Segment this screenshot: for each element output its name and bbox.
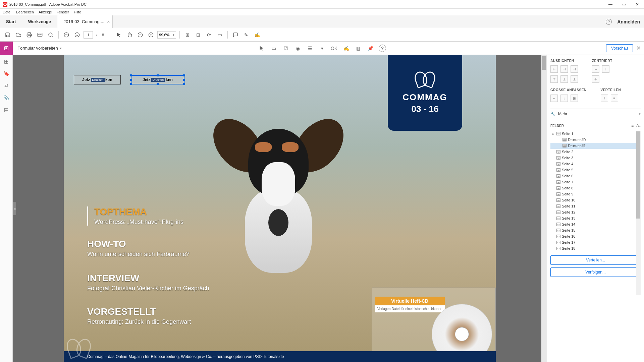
tab-order-icon[interactable]: Aᵤ [636, 123, 641, 128]
close-button[interactable]: ✕ [631, 0, 644, 9]
page-number-input[interactable] [84, 31, 93, 39]
tree-seite[interactable]: ▭Seite 7 [550, 179, 641, 185]
tree-seite[interactable]: ▭Seite 16 [550, 233, 641, 239]
hand-tool-icon[interactable] [125, 31, 134, 39]
document-viewport[interactable]: ◂ JetzDruckenken JetzDruckenken [13, 55, 547, 362]
fit-width-icon[interactable]: ⊞ [183, 31, 192, 39]
vertical-scrollbar[interactable] [541, 55, 547, 362]
highlight-icon[interactable]: ✎ [242, 31, 251, 39]
verteilen-button[interactable]: Verteilen... [550, 255, 641, 265]
help-icon[interactable]: ? [606, 19, 612, 25]
tab-close-icon[interactable]: × [107, 19, 110, 24]
mail-icon[interactable] [36, 31, 44, 39]
print-icon[interactable] [25, 31, 34, 39]
form-field-drucken-1[interactable]: JetzDruckenken [131, 75, 184, 84]
tree-seite[interactable]: ▭Seite 14 [550, 221, 641, 227]
layers-icon[interactable]: ⇄ [3, 82, 9, 88]
minimize-button[interactable]: — [604, 0, 617, 9]
fit-page-icon[interactable]: ⊡ [194, 31, 203, 39]
tree-seite[interactable]: ▭Seite 2 [550, 149, 641, 155]
align-center-h-icon[interactable]: ⊣ [560, 65, 568, 73]
mehr-dropdown[interactable]: 🔧Mehr [550, 109, 641, 119]
tree-seite[interactable]: ▭Seite 4 [550, 161, 641, 167]
select-tool-icon[interactable] [114, 31, 123, 39]
form-field-drucken-0[interactable]: JetzDruckenken [74, 75, 121, 84]
bookmark-icon[interactable]: 🔖 [3, 70, 9, 76]
rotate-icon[interactable]: ⟳ [205, 31, 213, 39]
align-bottom-icon[interactable]: ⊥ [571, 75, 578, 83]
listbox-tool-icon[interactable]: ☰ [306, 45, 314, 52]
match-both-icon[interactable]: ⊞ [571, 95, 578, 102]
preview-button[interactable]: Vorschau [606, 44, 633, 52]
form-mode-icon[interactable] [0, 42, 13, 55]
menu-datei[interactable]: Datei [3, 10, 11, 14]
view-mode-icon[interactable]: ▭ [215, 31, 224, 39]
tree-seite[interactable]: ▭Seite 5 [550, 167, 641, 173]
zoom-out-icon[interactable] [136, 31, 145, 39]
tree-seite[interactable]: ▭Seite 13 [550, 215, 641, 221]
vorgestellt-block: VORGESTELLT Retronauting: Zurück in die … [87, 306, 191, 325]
form-title-dropdown[interactable]: Formular vorbereiten [13, 46, 66, 51]
cloud-icon[interactable] [14, 31, 23, 39]
thumbnails-icon[interactable]: ▦ [3, 58, 9, 64]
search-icon[interactable] [46, 31, 55, 39]
login-link[interactable]: Anmelden [617, 19, 640, 24]
align-left-icon[interactable]: ⊢ [550, 65, 558, 73]
close-form-icon[interactable]: ✕ [636, 45, 641, 51]
distribute-h-icon[interactable]: ⫴ [601, 95, 608, 102]
barcode-tool-icon[interactable]: ▥ [355, 45, 362, 52]
pages-icon[interactable]: ▤ [3, 107, 9, 113]
button-tool-icon[interactable]: OK [330, 45, 338, 52]
tree-seite[interactable]: ▭Seite 17 [550, 239, 641, 245]
form-help-icon[interactable]: ? [379, 45, 386, 52]
page-up-icon[interactable] [62, 31, 71, 39]
align-top-icon[interactable]: ⊤ [550, 75, 558, 83]
radio-tool-icon[interactable]: ◉ [294, 45, 302, 52]
distribute-v-icon[interactable]: ≡ [611, 95, 618, 102]
tree-seite-1[interactable]: ⊟▭Seite 1 [550, 131, 641, 137]
textfield-tool-icon[interactable]: ▭ [270, 45, 277, 52]
save-icon[interactable] [3, 31, 12, 39]
tab-document[interactable]: 2016-03_Commag.... × [57, 15, 113, 28]
menu-bearbeiten[interactable]: Bearbeiten [16, 10, 34, 14]
center-h-icon[interactable]: ↔ [592, 65, 599, 73]
tree-seite[interactable]: ▭Seite 9 [550, 191, 641, 197]
expand-left-icon[interactable]: ◂ [13, 202, 16, 215]
tab-tools[interactable]: Werkzeuge [22, 15, 57, 28]
tree-seite[interactable]: ▭Seite 11 [550, 203, 641, 209]
tree-scrollbar[interactable] [636, 131, 641, 295]
align-right-icon[interactable]: ⊣ [571, 65, 578, 73]
tree-seite[interactable]: ▭Seite 8 [550, 185, 641, 191]
dropdown-tool-icon[interactable]: ▾ [318, 45, 326, 52]
tree-seite[interactable]: ▭Seite 10 [550, 197, 641, 203]
sign-icon[interactable]: ✍ [253, 31, 261, 39]
center-v-icon[interactable]: ↕ [602, 65, 609, 73]
tree-seite[interactable]: ▭Seite 6 [550, 173, 641, 179]
menu-fenster[interactable]: Fenster [57, 10, 69, 14]
center-both-icon[interactable]: ✛ [592, 75, 599, 83]
menu-hilfe[interactable]: Hilfe [74, 10, 81, 14]
zoom-level-dropdown[interactable]: 99,6% [157, 31, 176, 39]
page-down-icon[interactable] [73, 31, 82, 39]
sort-icon[interactable]: ≡ [631, 123, 634, 128]
maximize-button[interactable]: ▭ [617, 0, 631, 9]
tree-seite[interactable]: ▭Seite 18 [550, 245, 641, 251]
attachment-icon[interactable]: 📎 [3, 95, 9, 101]
match-height-icon[interactable]: ↕ [560, 95, 568, 102]
tree-seite[interactable]: ▭Seite 12 [550, 209, 641, 215]
tree-drucken-1[interactable]: okDrucken#1 [550, 143, 641, 149]
menu-anzeige[interactable]: Anzeige [39, 10, 52, 14]
tree-drucken-0[interactable]: okDrucken#0 [550, 137, 641, 143]
arrow-tool-icon[interactable] [258, 45, 265, 52]
pin-icon[interactable]: 📌 [367, 45, 374, 52]
match-width-icon[interactable]: ↔ [550, 95, 558, 102]
tree-seite[interactable]: ▭Seite 3 [550, 155, 641, 161]
verfolgen-button[interactable]: Verfolgen... [550, 267, 641, 277]
checkbox-tool-icon[interactable]: ☑ [282, 45, 289, 52]
zoom-in-icon[interactable] [147, 31, 155, 39]
tree-seite[interactable]: ▭Seite 15 [550, 227, 641, 233]
comment-icon[interactable] [231, 31, 240, 39]
align-center-v-icon[interactable]: ⊥ [560, 75, 568, 83]
signature-tool-icon[interactable]: ✍ [342, 45, 350, 52]
tab-start[interactable]: Start [0, 15, 22, 28]
